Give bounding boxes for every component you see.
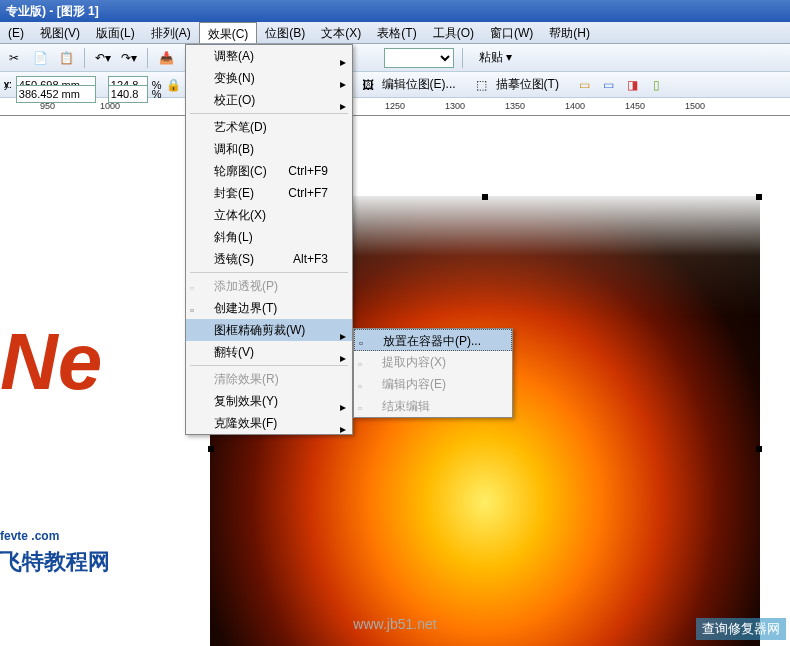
edit-bitmap-icon[interactable]: 🖼 bbox=[358, 75, 378, 95]
separator bbox=[462, 48, 463, 68]
ne-logo: Ne bbox=[0, 316, 102, 408]
selection-handle[interactable] bbox=[756, 446, 762, 452]
cut-icon[interactable]: ✂ bbox=[4, 48, 24, 68]
effects-menu-dropdown: 调整(A)▸变换(N)▸校正(O)▸艺术笔(D)调和(B)轮廓图(C)Ctrl+… bbox=[185, 44, 353, 435]
edit-bitmap-button[interactable]: 编辑位图(E)... bbox=[382, 76, 456, 93]
submenu-label: 提取内容(X) bbox=[382, 355, 446, 369]
menu-tools[interactable]: 工具(O) bbox=[425, 22, 482, 43]
redo-icon[interactable]: ↷▾ bbox=[119, 48, 139, 68]
title-bar: 专业版) - [图形 1] bbox=[0, 0, 790, 22]
paste-icon[interactable]: 📋 bbox=[56, 48, 76, 68]
ruler-tick: 1500 bbox=[685, 101, 705, 111]
trace-bitmap-button[interactable]: 描摹位图(T) bbox=[496, 76, 559, 93]
menu-label: 变换(N) bbox=[214, 67, 255, 89]
menu-item[interactable]: 校正(O)▸ bbox=[186, 89, 352, 111]
ruler-tick: 1300 bbox=[445, 101, 465, 111]
window-title: 专业版) - [图形 1] bbox=[6, 4, 99, 18]
menu-separator bbox=[190, 272, 348, 273]
menu-item[interactable]: 调整(A)▸ bbox=[186, 45, 352, 67]
submenu-item[interactable]: ▫放置在容器中(P)... bbox=[354, 329, 512, 351]
menu-label: 斜角(L) bbox=[214, 226, 253, 248]
fevte-logo: fevte .com 飞特教程网 bbox=[0, 516, 110, 577]
menu-item[interactable]: 图框精确剪裁(W)▸ bbox=[186, 319, 352, 341]
menu-layout[interactable]: 版面(L) bbox=[88, 22, 143, 43]
menu-item[interactable]: 克隆效果(F)▸ bbox=[186, 412, 352, 434]
menu-text[interactable]: 文本(X) bbox=[313, 22, 369, 43]
powerclip-submenu: ▫放置在容器中(P)...▫提取内容(X)▫编辑内容(E)▫结束编辑 bbox=[353, 328, 513, 418]
shortcut: Alt+F3 bbox=[293, 248, 328, 270]
ruler-tick: 950 bbox=[40, 101, 55, 111]
menu-item[interactable]: 调和(B) bbox=[186, 138, 352, 160]
menu-label: 图框精确剪裁(W) bbox=[214, 319, 305, 341]
menu-edit[interactable]: (E) bbox=[0, 22, 32, 43]
selection-handle[interactable] bbox=[208, 446, 214, 452]
menu-item[interactable]: 立体化(X) bbox=[186, 204, 352, 226]
menu-item[interactable]: 变换(N)▸ bbox=[186, 67, 352, 89]
y-label: y: bbox=[4, 79, 12, 90]
menu-item: 清除效果(R) bbox=[186, 368, 352, 390]
submenu-arrow-icon: ▸ bbox=[340, 95, 346, 117]
menu-label: 艺术笔(D) bbox=[214, 116, 267, 138]
ruler-tick: 1450 bbox=[625, 101, 645, 111]
menu-item[interactable]: 翻转(V)▸ bbox=[186, 341, 352, 363]
menu-label: 创建边界(T) bbox=[214, 297, 277, 319]
menu-icon: ▫ bbox=[190, 299, 208, 317]
edit-icon: ▫ bbox=[358, 375, 376, 393]
menu-label: 轮廓图(C) bbox=[214, 160, 267, 182]
menu-icon: ▫ bbox=[190, 277, 208, 295]
container-icon: ▫ bbox=[359, 332, 377, 350]
watermark: www.jb51.net bbox=[353, 616, 436, 632]
separator bbox=[147, 48, 148, 68]
undo-icon[interactable]: ↶▾ bbox=[93, 48, 113, 68]
submenu-arrow-icon: ▸ bbox=[340, 418, 346, 440]
selection-handle[interactable] bbox=[482, 194, 488, 200]
main-toolbar: ✂ 📄 📋 ↶▾ ↷▾ 📥 📤 粘贴 ▾ bbox=[0, 44, 790, 72]
menu-label: 克隆效果(F) bbox=[214, 412, 277, 434]
y-input[interactable] bbox=[16, 85, 96, 103]
height-input[interactable] bbox=[108, 85, 148, 103]
menu-item[interactable]: 封套(E)Ctrl+F7 bbox=[186, 182, 352, 204]
copy-icon[interactable]: 📄 bbox=[30, 48, 50, 68]
zoom-select[interactable] bbox=[384, 48, 454, 68]
ruler-tick: 1000 bbox=[100, 101, 120, 111]
menu-item[interactable]: 艺术笔(D) bbox=[186, 116, 352, 138]
finish-icon: ▫ bbox=[358, 397, 376, 415]
trace-bitmap-icon[interactable]: ⬚ bbox=[472, 75, 492, 95]
extract-icon: ▫ bbox=[358, 353, 376, 371]
ruler-tick: 1350 bbox=[505, 101, 525, 111]
menu-label: 添加透视(P) bbox=[214, 275, 278, 297]
paste-button[interactable]: 粘贴 ▾ bbox=[471, 48, 520, 68]
tool-icon-4[interactable]: ▯ bbox=[647, 75, 667, 95]
menu-help[interactable]: 帮助(H) bbox=[541, 22, 598, 43]
tool-icon-3[interactable]: ◨ bbox=[623, 75, 643, 95]
selection-handle[interactable] bbox=[756, 194, 762, 200]
menu-separator bbox=[190, 365, 348, 366]
import-icon[interactable]: 📥 bbox=[156, 48, 176, 68]
ruler-tick: 1400 bbox=[565, 101, 585, 111]
menu-window[interactable]: 窗口(W) bbox=[482, 22, 541, 43]
menu-arrange[interactable]: 排列(A) bbox=[143, 22, 199, 43]
menu-separator bbox=[190, 113, 348, 114]
menu-view[interactable]: 视图(V) bbox=[32, 22, 88, 43]
menu-item[interactable]: ▫创建边界(T) bbox=[186, 297, 352, 319]
submenu-item: ▫提取内容(X) bbox=[354, 351, 512, 373]
menu-effects[interactable]: 效果(C) bbox=[199, 22, 258, 43]
menu-label: 透镜(S) bbox=[214, 248, 254, 270]
menu-label: 立体化(X) bbox=[214, 204, 266, 226]
submenu-item: ▫编辑内容(E) bbox=[354, 373, 512, 395]
menu-item[interactable]: 复制效果(Y)▸ bbox=[186, 390, 352, 412]
menu-item[interactable]: 斜角(L) bbox=[186, 226, 352, 248]
separator bbox=[84, 48, 85, 68]
submenu-label: 编辑内容(E) bbox=[382, 377, 446, 391]
menu-bitmap[interactable]: 位图(B) bbox=[257, 22, 313, 43]
tool-icon-2[interactable]: ▭ bbox=[599, 75, 619, 95]
menu-label: 清除效果(R) bbox=[214, 368, 279, 390]
submenu-arrow-icon: ▸ bbox=[340, 347, 346, 369]
menu-item[interactable]: 透镜(S)Alt+F3 bbox=[186, 248, 352, 270]
lock-icon[interactable]: 🔒 bbox=[166, 78, 180, 92]
shortcut: Ctrl+F7 bbox=[288, 182, 328, 204]
menu-item[interactable]: 轮廓图(C)Ctrl+F9 bbox=[186, 160, 352, 182]
corner-watermark: 查询修复器网 bbox=[696, 618, 786, 640]
menu-table[interactable]: 表格(T) bbox=[369, 22, 424, 43]
tool-icon-1[interactable]: ▭ bbox=[575, 75, 595, 95]
